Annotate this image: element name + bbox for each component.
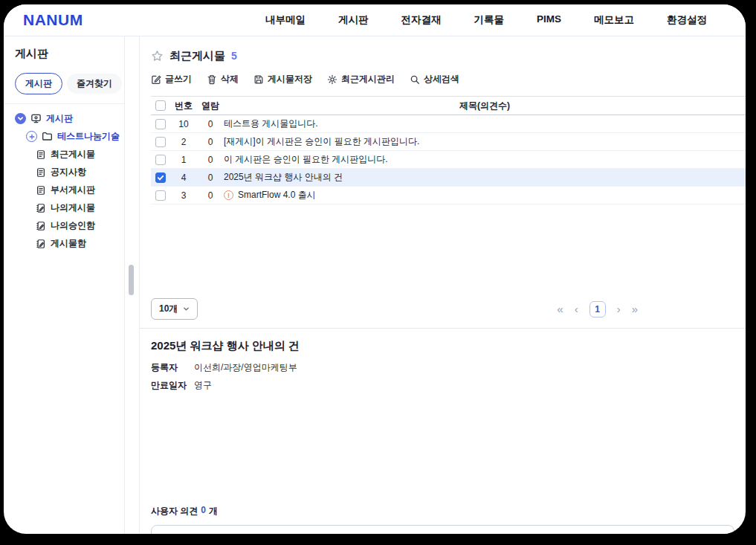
- row-number: 2: [170, 133, 197, 151]
- table-row[interactable]: 10 0 테스트용 게시물입니다.: [151, 115, 746, 133]
- write-button-label: 글쓰기: [165, 73, 192, 86]
- sidebar-title: 게시판: [15, 47, 117, 61]
- plus-icon[interactable]: [26, 131, 37, 142]
- top-navigation: 내부메일 게시판 전자결재 기록물 PIMS 메모보고 환경설정: [265, 13, 707, 27]
- last-page-icon[interactable]: »: [632, 303, 638, 315]
- chevron-down-icon[interactable]: [15, 113, 26, 124]
- detail-title: 2025년 워크샵 행사 안내의 건: [151, 339, 734, 353]
- tree-item-my-approvals[interactable]: 나의승인함: [36, 220, 117, 231]
- tree-item-label[interactable]: 공지사항: [51, 166, 86, 178]
- tree-item-label[interactable]: 게시물함: [51, 237, 86, 250]
- tree-item-label[interactable]: 나의승인함: [51, 219, 95, 232]
- comments-count: 0: [201, 505, 206, 517]
- table-row-selected[interactable]: 4 0 2025년 워크샵 행사 안내의 건: [151, 169, 746, 187]
- col-header-title: 제목(의견수): [224, 97, 746, 115]
- page-header: 최근게시물 5: [151, 48, 734, 63]
- first-page-icon[interactable]: «: [557, 303, 563, 315]
- col-header-no: 번호: [170, 97, 197, 115]
- tree-item-label[interactable]: 나의게시물: [51, 201, 95, 214]
- tree-folder-test-nanum[interactable]: 테스트나눔기술: [26, 131, 117, 142]
- row-views: 0: [197, 151, 224, 169]
- notebook-pencil-icon: [36, 239, 46, 249]
- table-row[interactable]: 1 0 이 게시판은 승인이 필요한 게시판입니다.: [151, 151, 746, 169]
- comments-header: 사용자 의견 0 개: [151, 505, 734, 517]
- row-checkbox[interactable]: [155, 137, 166, 147]
- next-page-icon[interactable]: ›: [617, 303, 621, 315]
- app-logo[interactable]: NANUM: [23, 11, 83, 29]
- comment-input[interactable]: [151, 525, 734, 534]
- nav-item-board[interactable]: 게시판: [338, 13, 369, 27]
- table-row[interactable]: 3 0 SmartFlow 4.0 출시: [151, 187, 746, 204]
- prev-page-icon[interactable]: ‹: [575, 303, 578, 315]
- field-label: 만료일자: [151, 379, 194, 392]
- tree-item-post-box[interactable]: 게시물함: [36, 238, 117, 249]
- nav-item-memo-report[interactable]: 메모보고: [594, 13, 634, 27]
- post-count-badge: 5: [231, 50, 237, 62]
- comments-section: 사용자 의견 0 개: [151, 505, 734, 534]
- tree-item-notices[interactable]: 공지사항: [36, 167, 117, 178]
- tree-folder-label[interactable]: 테스트나눔기술: [57, 130, 120, 143]
- row-views: 0: [197, 187, 224, 204]
- document-icon: [36, 167, 46, 178]
- page-size-select[interactable]: 10개: [151, 298, 198, 320]
- advanced-search-button-label: 상세검색: [424, 73, 459, 86]
- post-table: 번호 열람 제목(의견수) 10 0 테스트용 게시물입니다. 2: [151, 96, 746, 204]
- tree-root-label[interactable]: 게시판: [46, 112, 73, 125]
- select-all-checkbox[interactable]: [155, 100, 166, 111]
- table-header-row: 번호 열람 제목(의견수): [151, 97, 746, 115]
- field-value: 영구: [194, 379, 212, 392]
- save-post-button-label: 게시물저장: [268, 73, 312, 86]
- edit-icon: [151, 74, 161, 85]
- sidebar-scrollbar: [125, 36, 140, 534]
- delete-button[interactable]: 삭제: [207, 73, 239, 86]
- app-window: NANUM 내부메일 게시판 전자결재 기록물 PIMS 메모보고 환경설정 게…: [4, 4, 746, 534]
- tree-root-board[interactable]: 게시판: [15, 113, 117, 124]
- row-number: 10: [170, 115, 197, 133]
- page-size-value: 10개: [159, 303, 178, 315]
- sidebar-tabs: 게시판 즐겨찾기: [15, 73, 117, 94]
- document-icon: [36, 185, 46, 196]
- post-title-link[interactable]: [재게시]이 게시판은 승인이 필요한 게시판입니다.: [224, 135, 419, 148]
- manage-recent-button[interactable]: 최근게시관리: [327, 73, 395, 86]
- post-title-link[interactable]: 2025년 워크샵 행사 안내의 건: [224, 171, 343, 184]
- field-value: 이선희/과장/영업마케팅부: [194, 361, 297, 374]
- warning-icon: [224, 190, 233, 200]
- tree-item-my-posts[interactable]: 나의게시물: [36, 202, 117, 213]
- nav-item-internal-mail[interactable]: 내부메일: [265, 13, 306, 27]
- nav-item-pims[interactable]: PIMS: [537, 13, 561, 27]
- table-row[interactable]: 2 0 [재게시]이 게시판은 승인이 필요한 게시판입니다.: [151, 133, 746, 151]
- nav-item-settings[interactable]: 환경설정: [667, 13, 707, 27]
- post-title-link[interactable]: 이 게시판은 승인이 필요한 게시판입니다.: [224, 153, 388, 166]
- star-icon[interactable]: [151, 50, 164, 62]
- advanced-search-button[interactable]: 상세검색: [410, 73, 459, 86]
- post-title-link[interactable]: SmartFlow 4.0 출시: [238, 189, 316, 201]
- detail-field-registrant: 등록자 이선희/과장/영업마케팅부: [151, 361, 734, 374]
- toolbar: 글쓰기 삭제 게시물저장: [151, 73, 734, 86]
- sidebar-divider: [4, 103, 124, 104]
- tab-board[interactable]: 게시판: [15, 73, 62, 94]
- monitor-icon: [30, 113, 42, 124]
- tree-item-dept-board[interactable]: 부서게시판: [36, 184, 117, 196]
- scrollbar-thumb[interactable]: [129, 265, 134, 295]
- search-icon: [410, 74, 420, 85]
- tree-item-recent-posts[interactable]: 최근게시물: [36, 149, 117, 160]
- write-button[interactable]: 글쓰기: [151, 73, 192, 86]
- delete-button-label: 삭제: [221, 73, 239, 86]
- tree-item-label[interactable]: 최근게시물: [51, 148, 95, 161]
- tab-favorites[interactable]: 즐겨찾기: [67, 74, 122, 94]
- row-checkbox[interactable]: [155, 119, 166, 129]
- row-checkbox-checked[interactable]: [155, 172, 166, 183]
- tree-item-label[interactable]: 부서게시판: [51, 184, 95, 196]
- row-number: 1: [170, 151, 197, 169]
- nav-item-approval[interactable]: 전자결재: [401, 13, 441, 27]
- row-views: 0: [197, 115, 224, 133]
- save-post-button[interactable]: 게시물저장: [253, 73, 312, 86]
- row-checkbox[interactable]: [155, 190, 166, 201]
- current-page-button[interactable]: 1: [589, 301, 606, 317]
- nav-item-records[interactable]: 기록물: [474, 13, 504, 27]
- row-views: 0: [197, 133, 224, 151]
- row-checkbox[interactable]: [155, 155, 166, 165]
- gear-icon: [327, 74, 337, 85]
- folder-icon: [42, 131, 53, 142]
- post-title-link[interactable]: 테스트용 게시물입니다.: [224, 117, 318, 130]
